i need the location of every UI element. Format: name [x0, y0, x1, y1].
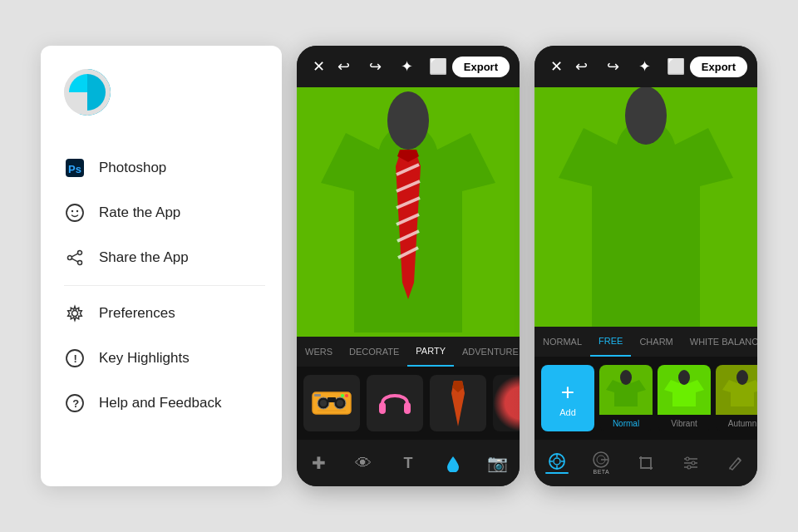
- phone2-canvas: [534, 87, 757, 327]
- filter-cat-wb[interactable]: WHITE BALANCE: [682, 327, 757, 357]
- svg-point-11: [72, 311, 78, 317]
- svg-text:?: ?: [72, 397, 79, 410]
- phone1-magic-icon[interactable]: ✦: [395, 57, 418, 76]
- phone1-bottom-toolbar: ✚ 👁 T 📷: [297, 440, 520, 486]
- svg-point-8: [78, 261, 82, 265]
- add-label: Add: [559, 407, 576, 417]
- filter-autumn-label: Autumn: [716, 415, 757, 431]
- phone1-camera-icon[interactable]: 📷: [482, 448, 512, 478]
- filter-autumn-img: [716, 365, 757, 415]
- filter-cat-normal[interactable]: NORMAL: [534, 327, 590, 357]
- phone2-filter-swatch-bar: + Add Normal: [534, 357, 757, 440]
- phone2-tshirt-image: [534, 87, 757, 327]
- filter-normal-img: [599, 365, 653, 415]
- phone2-magic-icon[interactable]: ✦: [633, 57, 656, 76]
- svg-point-41: [678, 370, 690, 385]
- phone2-retouch-icon[interactable]: [720, 448, 750, 478]
- cat-adventure[interactable]: ADVENTURE: [454, 337, 520, 367]
- phone1-sticker-bar: [297, 367, 520, 440]
- menu-panel: Ps Photoshop Rate the App: [41, 46, 282, 486]
- phone1-close-icon[interactable]: ✕: [307, 57, 330, 76]
- svg-point-6: [78, 251, 82, 255]
- sticker-boombox[interactable]: [303, 375, 360, 431]
- svg-line-55: [738, 458, 741, 461]
- smile-icon: [64, 202, 86, 224]
- menu-item-share[interactable]: Share the App: [64, 235, 265, 280]
- plus-icon: +: [561, 379, 574, 406]
- svg-point-40: [620, 370, 632, 385]
- photoshop-label: Photoshop: [99, 160, 166, 176]
- svg-point-52: [686, 457, 689, 461]
- phone1-export-button[interactable]: Export: [452, 57, 510, 77]
- phone2-close-icon[interactable]: ✕: [544, 57, 568, 76]
- svg-point-4: [71, 210, 73, 212]
- cat-party[interactable]: PARTY: [407, 337, 454, 367]
- sticker-headphones[interactable]: [367, 375, 423, 431]
- phone2-bottom-toolbar: BETA: [534, 440, 757, 486]
- svg-text:Ps: Ps: [68, 163, 81, 175]
- help-label: Help and Feedback: [99, 395, 221, 411]
- menu-item-preferences[interactable]: Preferences: [64, 291, 265, 336]
- svg-point-16: [387, 91, 429, 150]
- svg-point-39: [625, 87, 667, 145]
- phone1-redo-icon[interactable]: ↪: [363, 57, 387, 76]
- phone2-export-button[interactable]: Export: [690, 57, 747, 77]
- sticker-partial[interactable]: [493, 375, 520, 431]
- phone2-toolbar-icons: ↩ ↪ ✦ ⬜: [569, 57, 687, 76]
- filter-active-line: [545, 472, 569, 474]
- filter-normal[interactable]: Normal: [599, 365, 653, 431]
- svg-point-53: [692, 461, 695, 465]
- cat-decorate[interactable]: DECORATE: [341, 337, 407, 367]
- phone1-tshirt-image: [297, 87, 520, 337]
- phone2-filter-icon[interactable]: [542, 448, 572, 478]
- sticker-tie[interactable]: [430, 375, 486, 431]
- svg-point-42: [736, 370, 748, 385]
- filter-cat-charm[interactable]: CHARM: [631, 327, 681, 357]
- menu-item-highlights[interactable]: ! Key Highlights: [64, 336, 265, 381]
- phone2-undo-icon[interactable]: ↩: [569, 57, 593, 76]
- phone1-heal-icon[interactable]: ✚: [304, 448, 334, 478]
- phone1-undo-icon[interactable]: ↩: [332, 57, 355, 76]
- svg-rect-36: [404, 402, 411, 414]
- svg-rect-35: [379, 402, 386, 414]
- menu-item-rate[interactable]: Rate the App: [64, 190, 265, 235]
- phone1-compare-icon[interactable]: ⬜: [426, 57, 450, 76]
- svg-point-29: [337, 400, 343, 406]
- filter-normal-label: Normal: [599, 415, 653, 431]
- rate-label: Rate the App: [99, 204, 180, 221]
- phone-frame-1: ✕ ↩ ↪ ✦ ⬜ Export: [297, 46, 520, 486]
- beta-badge: BETA: [594, 469, 610, 475]
- phone1-text-icon[interactable]: T: [393, 448, 423, 478]
- svg-point-54: [687, 466, 691, 469]
- filter-add-button[interactable]: + Add: [541, 365, 594, 431]
- svg-point-5: [76, 210, 78, 212]
- svg-point-7: [68, 256, 72, 260]
- phone2-toolbar: ✕ ↩ ↪ ✦ ⬜ Export: [534, 46, 757, 87]
- svg-point-3: [66, 204, 83, 221]
- phone2-filter-category-bar: NORMAL FREE CHARM WHITE BALANCE BL: [534, 327, 757, 357]
- warning-icon: !: [64, 347, 86, 369]
- svg-line-10: [71, 259, 77, 262]
- phone2-redo-icon[interactable]: ↪: [601, 57, 624, 76]
- preferences-label: Preferences: [99, 305, 175, 322]
- phone2-tshirt: [534, 87, 757, 327]
- phone2-crop-icon[interactable]: [631, 448, 661, 478]
- svg-line-9: [71, 254, 77, 257]
- share-icon: [64, 247, 86, 268]
- phone1-toolbar: ✕ ↩ ↪ ✦ ⬜ Export: [297, 46, 520, 87]
- phone2-adjust-icon[interactable]: [676, 448, 706, 478]
- phone2-compare-icon[interactable]: ⬜: [664, 57, 687, 76]
- phone1-eye-icon[interactable]: 👁: [348, 448, 378, 478]
- app-logo: [64, 69, 111, 116]
- menu-items-group: Ps Photoshop Rate the App: [64, 145, 265, 426]
- highlights-label: Key Highlights: [99, 350, 190, 367]
- share-label: Share the App: [99, 249, 189, 266]
- phone2-vignette-icon[interactable]: BETA: [586, 448, 616, 478]
- phone1-water-icon[interactable]: [438, 448, 468, 478]
- cat-wers[interactable]: WERS: [297, 337, 341, 367]
- filter-cat-free[interactable]: FREE: [590, 327, 631, 357]
- filter-autumn[interactable]: Autumn: [716, 365, 757, 431]
- filter-vibrant[interactable]: Vibrant: [658, 365, 711, 431]
- menu-item-photoshop[interactable]: Ps Photoshop: [64, 145, 265, 190]
- menu-item-help[interactable]: ? Help and Feedback: [64, 381, 265, 426]
